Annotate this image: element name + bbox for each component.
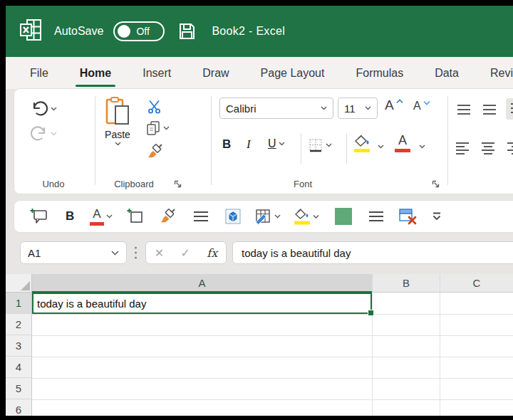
font-dialog-launcher[interactable] — [432, 180, 440, 188]
autosave-state: Off — [136, 26, 149, 37]
pivottable-button[interactable] — [224, 207, 242, 226]
decrease-font-size-button[interactable]: A — [413, 100, 430, 112]
chevron-down-icon[interactable] — [419, 145, 425, 149]
button-separator — [346, 133, 347, 164]
tab-draw[interactable]: Draw — [201, 64, 230, 83]
row-header-3[interactable]: 3 — [6, 335, 32, 357]
borders-icon — [308, 137, 323, 153]
align-middle-button[interactable] — [482, 103, 497, 117]
formula-input[interactable]: today is a beautiful day — [232, 241, 513, 264]
tab-review[interactable]: Review — [489, 64, 513, 83]
chevron-down-icon — [163, 126, 170, 130]
chevron-down-icon — [313, 214, 319, 219]
increase-font-size-button[interactable]: A — [385, 98, 403, 113]
font-name-combo[interactable]: Calibri — [219, 98, 333, 119]
copy-icon — [145, 120, 161, 136]
chevron-down-icon — [365, 106, 371, 110]
insert-cells-button[interactable] — [127, 208, 144, 225]
select-all-triangle-icon — [21, 281, 30, 290]
column-header-a[interactable]: A — [32, 274, 372, 293]
fill-color-swatch — [354, 149, 370, 152]
italic-icon: I — [247, 137, 251, 152]
bold-button[interactable]: B — [222, 137, 231, 152]
redo-button[interactable] — [30, 125, 57, 143]
dots-separator-icon[interactable] — [134, 246, 138, 260]
row-header-1[interactable]: 1 — [6, 293, 32, 314]
chevron-down-icon — [274, 214, 281, 219]
bold-button-qat[interactable]: B — [66, 209, 74, 224]
save-button[interactable] — [177, 22, 196, 41]
tab-page-layout[interactable]: Page Layout — [259, 64, 326, 83]
formula-actions: ✕ ✓ fx — [145, 241, 227, 264]
chevron-down-icon — [115, 142, 121, 146]
italic-button[interactable]: I — [247, 137, 251, 152]
tab-file[interactable]: File — [28, 64, 50, 83]
undo-button[interactable] — [30, 100, 57, 118]
chevron-down-icon — [321, 106, 327, 110]
row-header-2[interactable]: 2 — [6, 314, 32, 335]
fill-color-button-qat[interactable] — [294, 209, 319, 225]
table-edit-icon — [254, 207, 272, 226]
insert-cell-icon — [127, 208, 144, 225]
align-top-button[interactable] — [456, 103, 472, 117]
worksheet-grid: A B C 1 2 3 4 5 6 today is a beautiful d… — [6, 274, 513, 416]
toolbar-overflow-button[interactable] — [432, 212, 442, 221]
center-lines-button[interactable] — [368, 211, 385, 222]
format-painter-button-qat[interactable] — [160, 208, 177, 225]
insert-function-icon[interactable]: fx — [207, 246, 217, 260]
borders-button[interactable] — [308, 137, 332, 153]
copy-button[interactable] — [145, 120, 170, 136]
cell-style-swatch-button[interactable] — [335, 208, 352, 225]
selected-cell-a1[interactable]: today is a beautiful day — [32, 293, 372, 314]
font-group-label: Font — [264, 179, 342, 189]
caret-up-icon — [396, 99, 403, 104]
chevron-down-icon — [111, 251, 119, 256]
align-center-button[interactable] — [480, 142, 496, 157]
chevron-down-icon[interactable] — [378, 145, 384, 149]
name-box-value: A1 — [28, 247, 41, 259]
enter-icon[interactable]: ✓ — [181, 246, 190, 260]
select-all-button[interactable] — [6, 274, 32, 293]
fill-handle[interactable] — [368, 310, 373, 315]
paste-button[interactable]: Paste — [104, 96, 131, 146]
paste-label: Paste — [105, 129, 130, 140]
tab-home[interactable]: Home — [78, 64, 113, 83]
clipboard-icon — [104, 96, 131, 127]
grow-font-icon: A — [385, 98, 394, 113]
format-as-table-button[interactable] — [254, 207, 281, 226]
tab-data[interactable]: Data — [433, 64, 460, 83]
format-painter-icon — [147, 143, 164, 160]
tab-formulas[interactable]: Formulas — [354, 64, 405, 83]
name-box[interactable]: A1 — [20, 241, 127, 264]
borders-button-qat[interactable] — [192, 211, 209, 222]
cancel-icon[interactable]: ✕ — [155, 246, 164, 260]
font-color-button[interactable]: A — [395, 133, 410, 152]
font-color-button-qat[interactable]: A — [90, 207, 113, 226]
row-header-4[interactable]: 4 — [6, 357, 32, 378]
column-header-b[interactable]: B — [372, 274, 440, 293]
lines-icon — [368, 211, 385, 222]
column-header-c[interactable]: C — [440, 274, 513, 293]
font-size-combo[interactable]: 11 — [338, 98, 378, 119]
autosave-toggle[interactable]: Off — [113, 21, 165, 41]
format-painter-button[interactable] — [147, 143, 164, 160]
gridline — [32, 378, 513, 379]
align-bottom-button[interactable] — [506, 98, 513, 120]
new-comment-button[interactable] — [30, 208, 48, 225]
delete-cells-button[interactable] — [398, 208, 418, 225]
cell-a1-text: today is a beautiful day — [37, 298, 146, 310]
gridline — [32, 335, 513, 336]
tab-insert[interactable]: Insert — [141, 64, 172, 83]
clipboard-group-label: Clipboard — [98, 179, 170, 189]
row-header-5[interactable]: 5 — [6, 378, 32, 399]
fill-color-button[interactable] — [353, 135, 370, 152]
align-left-button[interactable] — [455, 142, 470, 157]
row-header-6[interactable]: 6 — [6, 399, 32, 416]
chevron-down-icon — [51, 107, 57, 111]
cut-button[interactable] — [147, 99, 162, 115]
align-right-button[interactable] — [506, 142, 513, 157]
underline-button[interactable]: U — [268, 137, 285, 150]
bold-icon: B — [222, 137, 231, 152]
scissors-icon — [147, 99, 162, 115]
clipboard-dialog-launcher[interactable] — [174, 180, 182, 188]
